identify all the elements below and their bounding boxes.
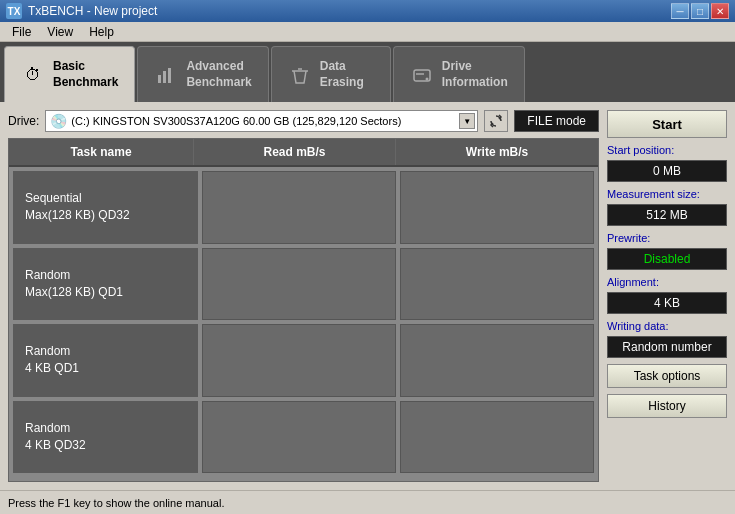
table-header: Task name Read mB/s Write mB/s xyxy=(9,139,598,167)
refresh-icon xyxy=(489,114,503,128)
drive-selector[interactable]: 💿 (C:) KINGSTON SV300S37A120G 60.00 GB (… xyxy=(45,110,478,132)
row-1-read xyxy=(202,171,396,244)
tab-advanced-benchmark[interactable]: Advanced Benchmark xyxy=(137,46,268,102)
row-2-read xyxy=(202,248,396,321)
row-3-write xyxy=(400,324,594,397)
history-button[interactable]: History xyxy=(607,394,727,418)
svg-rect-1 xyxy=(163,71,166,83)
row-3-name: Random4 KB QD1 xyxy=(13,324,198,397)
writing-data-value: Random number xyxy=(607,336,727,358)
svg-rect-2 xyxy=(168,68,171,83)
app-icon: TX xyxy=(6,3,22,19)
col-task-name: Task name xyxy=(9,139,194,165)
table-row: Random4 KB QD1 xyxy=(13,324,594,397)
close-button[interactable]: ✕ xyxy=(711,3,729,19)
menu-file[interactable]: File xyxy=(4,23,39,41)
tab-basic-benchmark-label: Basic Benchmark xyxy=(53,59,118,90)
status-bar: Press the F1 key to show the online manu… xyxy=(0,490,735,514)
measurement-size-label: Measurement size: xyxy=(607,188,727,200)
left-panel: Drive: 💿 (C:) KINGSTON SV300S37A120G 60.… xyxy=(8,110,599,482)
col-write: Write mB/s xyxy=(396,139,598,165)
drive-information-icon xyxy=(410,63,434,87)
advanced-benchmark-icon xyxy=(154,63,178,87)
start-position-value: 0 MB xyxy=(607,160,727,182)
right-panel: Start Start position: 0 MB Measurement s… xyxy=(607,110,727,482)
drive-value: (C:) KINGSTON SV300S37A120G 60.00 GB (12… xyxy=(71,115,473,127)
alignment-value: 4 KB xyxy=(607,292,727,314)
drive-label: Drive: xyxy=(8,114,39,128)
prewrite-value: Disabled xyxy=(607,248,727,270)
prewrite-label: Prewrite: xyxy=(607,232,727,244)
tab-drive-information-label: Drive Information xyxy=(442,59,508,90)
minimize-button[interactable]: ─ xyxy=(671,3,689,19)
drive-dropdown-arrow[interactable]: ▼ xyxy=(459,113,475,129)
menu-view[interactable]: View xyxy=(39,23,81,41)
status-text: Press the F1 key to show the online manu… xyxy=(8,497,224,509)
alignment-label: Alignment: xyxy=(607,276,727,288)
drive-refresh-button[interactable] xyxy=(484,110,508,132)
tab-data-erasing[interactable]: Data Erasing xyxy=(271,46,391,102)
table-row: RandomMax(128 KB) QD1 xyxy=(13,248,594,321)
maximize-button[interactable]: □ xyxy=(691,3,709,19)
svg-point-6 xyxy=(425,77,428,80)
row-1-name: SequentialMax(128 KB) QD32 xyxy=(13,171,198,244)
row-1-write xyxy=(400,171,594,244)
data-erasing-icon xyxy=(288,63,312,87)
start-position-label: Start position: xyxy=(607,144,727,156)
row-4-name: Random4 KB QD32 xyxy=(13,401,198,474)
tab-basic-benchmark[interactable]: ⏱ Basic Benchmark xyxy=(4,46,135,102)
col-read: Read mB/s xyxy=(194,139,396,165)
window-title: TxBENCH - New project xyxy=(28,4,157,18)
title-bar-buttons: ─ □ ✕ xyxy=(671,3,729,19)
main-content: Drive: 💿 (C:) KINGSTON SV300S37A120G 60.… xyxy=(0,102,735,490)
menu-help[interactable]: Help xyxy=(81,23,122,41)
basic-benchmark-icon: ⏱ xyxy=(21,63,45,87)
title-bar-left: TX TxBENCH - New project xyxy=(6,3,157,19)
row-2-name: RandomMax(128 KB) QD1 xyxy=(13,248,198,321)
tab-data-erasing-label: Data Erasing xyxy=(320,59,364,90)
row-4-write xyxy=(400,401,594,474)
table-row: Random4 KB QD32 xyxy=(13,401,594,474)
tab-drive-information[interactable]: Drive Information xyxy=(393,46,525,102)
row-2-write xyxy=(400,248,594,321)
start-button[interactable]: Start xyxy=(607,110,727,138)
drive-icon: 💿 xyxy=(50,113,67,129)
row-4-read xyxy=(202,401,396,474)
task-options-button[interactable]: Task options xyxy=(607,364,727,388)
svg-rect-0 xyxy=(158,75,161,83)
title-bar: TX TxBENCH - New project ─ □ ✕ xyxy=(0,0,735,22)
row-3-read xyxy=(202,324,396,397)
tab-advanced-benchmark-label: Advanced Benchmark xyxy=(186,59,251,90)
menu-bar: File View Help xyxy=(0,22,735,42)
benchmark-table: Task name Read mB/s Write mB/s Sequentia… xyxy=(8,138,599,482)
writing-data-label: Writing data: xyxy=(607,320,727,332)
tab-bar: ⏱ Basic Benchmark Advanced Benchmark xyxy=(0,42,735,102)
drive-row: Drive: 💿 (C:) KINGSTON SV300S37A120G 60.… xyxy=(8,110,599,132)
measurement-size-value: 512 MB xyxy=(607,204,727,226)
file-mode-button[interactable]: FILE mode xyxy=(514,110,599,132)
table-row: SequentialMax(128 KB) QD32 xyxy=(13,171,594,244)
table-rows: SequentialMax(128 KB) QD32 RandomMax(128… xyxy=(9,167,598,481)
